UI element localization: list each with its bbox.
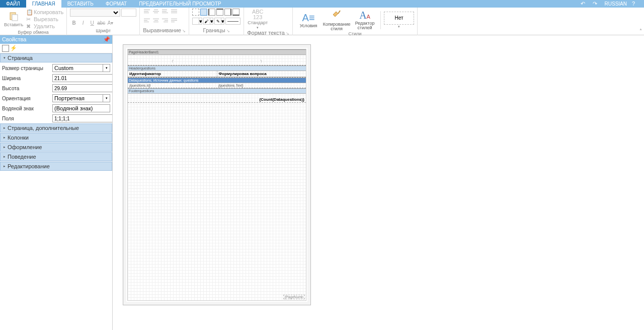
watermark-label: Водяной знак <box>2 106 50 111</box>
accordion-page-extra[interactable]: ▸Страница, дополнительные <box>0 123 112 133</box>
standard-format-button[interactable]: ABC123 Стандарт ▾ <box>247 9 268 30</box>
ribbon-collapse-icon[interactable]: ˄ <box>639 28 642 34</box>
properties-header: Свойства 📌 <box>0 35 112 44</box>
field-id[interactable]: {questions.Id} <box>128 83 217 88</box>
language-selector[interactable]: RUSSIAN <box>605 1 627 7</box>
conditions-button[interactable]: A≡ Условия <box>296 12 321 28</box>
field-text[interactable]: {questions.Text} <box>217 83 306 88</box>
line-style-icon[interactable] <box>225 18 240 25</box>
strike-button[interactable]: abc <box>97 19 105 27</box>
font-size-select[interactable] <box>121 9 136 17</box>
ribbon-clipboard: Вставить 📋Копировать ✂Вырезать ✖Удалить … <box>0 8 67 35</box>
accordion-columns[interactable]: ▸Колонки <box>0 133 112 142</box>
ribbon-font: B I U abc A▾ Шрифт <box>67 8 140 35</box>
height-input[interactable] <box>52 84 113 92</box>
footer-questions-band[interactable]: Footerquestions {Count(Dataquestions)} <box>128 88 306 103</box>
page-header-band[interactable]: PageHeaderBand1 ┌┐ <box>128 49 306 65</box>
italic-button[interactable]: I <box>79 19 87 27</box>
style-editor-button[interactable]: AA Редактор стилей <box>352 10 377 30</box>
border-top-icon[interactable] <box>216 9 223 16</box>
panel-view-icon[interactable] <box>2 45 9 52</box>
orientation-label: Ориентация <box>2 96 50 101</box>
border-bottom-icon[interactable] <box>232 9 239 16</box>
help-icon[interactable]: ? <box>632 1 639 8</box>
width-input[interactable] <box>52 74 113 82</box>
data-questions-band[interactable]: Dataquestions; Источник данных: question… <box>128 78 306 88</box>
bold-button[interactable]: B <box>70 19 78 27</box>
border-launcher-icon[interactable]: ↘ <box>225 29 230 33</box>
align-middle-icon[interactable] <box>152 9 160 16</box>
font-color-button[interactable]: A▾ <box>106 19 114 27</box>
ribbon: Вставить 📋Копировать ✂Вырезать ✖Удалить … <box>0 8 644 35</box>
align-right-icon[interactable] <box>161 18 169 25</box>
column-text-header[interactable]: Формулировка вопроса <box>217 71 306 77</box>
height-label: Высота <box>2 86 50 91</box>
accordion-page[interactable]: ▾Страница <box>0 53 112 62</box>
page-size-select[interactable]: Custom▾ <box>52 64 110 72</box>
brush-color-icon[interactable]: 🖌▾ <box>203 18 213 25</box>
border-left-icon[interactable] <box>208 9 215 16</box>
paste-button[interactable]: Вставить <box>3 11 24 28</box>
accordion-appearance[interactable]: ▸Оформление <box>0 143 112 152</box>
design-canvas[interactable]: PageHeaderBand1 ┌┐ Headerquestions Идент… <box>113 35 644 330</box>
align-just-icon[interactable] <box>170 9 178 16</box>
copy-style-button[interactable]: Копирование стиля <box>324 9 349 31</box>
fill-color-icon[interactable]: ▾ <box>192 18 202 25</box>
tab-preview[interactable]: ПРЕДВАРИТЕЛЬНЫЙ ПРОСМОТР <box>133 0 227 8</box>
style-gallery-expand-icon[interactable]: ▾ <box>398 25 400 29</box>
accordion-behavior[interactable]: ▸Поведение <box>0 152 112 161</box>
properties-panel: Свойства 📌 ⚡ ▾Страница Размер страницы C… <box>0 35 113 330</box>
panel-sort-icon[interactable]: ⚡ <box>10 45 17 52</box>
svg-rect-1 <box>12 15 18 21</box>
ribbon-align: Выравнивание ↘ <box>140 8 189 35</box>
ribbon-textformat: ABC123 Стандарт ▾ Формат текста ↘ <box>244 8 293 35</box>
tabs: ФАЙЛ ГЛАВНАЯ ВСТАВИТЬ ФОРМАТ ПРЕДВАРИТЕЛ… <box>0 0 227 8</box>
margins-input[interactable] <box>52 114 113 122</box>
undo-icon[interactable]: ↶ <box>581 1 588 8</box>
redo-icon[interactable]: ↷ <box>593 1 600 8</box>
count-cell[interactable]: {Count(Dataquestions)} <box>128 97 306 102</box>
align-launcher-icon[interactable]: ↘ <box>181 29 186 33</box>
tab-insert[interactable]: ВСТАВИТЬ <box>61 0 100 8</box>
ribbon-styles: A≡ Условия Копирование стиля AA Редактор… <box>293 8 418 35</box>
align-bottom-icon[interactable] <box>161 9 169 16</box>
header-questions-band[interactable]: Headerquestions Идентификатор Формулиров… <box>128 65 306 78</box>
watermark-select[interactable]: (Водяной знак) <box>52 104 110 112</box>
border-right-icon[interactable] <box>224 9 231 16</box>
cut-button[interactable]: ✂Вырезать <box>26 16 63 23</box>
align-left-icon[interactable] <box>143 18 151 25</box>
tab-main[interactable]: ГЛАВНАЯ <box>26 0 61 8</box>
delete-button[interactable]: ✖Удалить <box>26 23 63 30</box>
border-color-icon[interactable]: ✎▾ <box>214 18 224 25</box>
margins-label: Поля <box>2 116 50 121</box>
tab-format[interactable]: ФОРМАТ <box>100 0 133 8</box>
style-gallery-none[interactable]: Нет <box>384 12 414 25</box>
copy-button[interactable]: 📋Копировать <box>26 9 63 16</box>
report-page[interactable]: PageHeaderBand1 ┌┐ Headerquestions Идент… <box>123 44 311 305</box>
accordion-editing[interactable]: ▸Редактирование <box>0 162 112 171</box>
ribbon-borders: ▾ 🖌▾ ✎▾ Границы ↘ <box>189 8 244 35</box>
underline-button[interactable]: U <box>88 19 96 27</box>
pin-icon[interactable]: 📌 <box>103 36 110 43</box>
textformat-launcher-icon[interactable]: ↘ <box>285 31 289 36</box>
menu-bar: ФАЙЛ ГЛАВНАЯ ВСТАВИТЬ ФОРМАТ ПРЕДВАРИТЕЛ… <box>0 0 644 8</box>
page-size-label: Размер страницы <box>2 65 50 71</box>
column-id-header[interactable]: Идентификатор <box>128 71 217 77</box>
font-family-select[interactable] <box>70 9 120 17</box>
border-all-icon[interactable] <box>200 9 207 16</box>
width-label: Ширина <box>2 76 50 81</box>
border-none-icon[interactable] <box>192 9 199 16</box>
align-top-icon[interactable] <box>143 9 151 16</box>
page-number-field[interactable]: {PageNumb <box>283 295 305 299</box>
align-center-icon[interactable] <box>152 18 160 25</box>
align-dist-icon[interactable] <box>170 18 178 25</box>
orientation-select[interactable]: Портретная▾ <box>52 94 110 102</box>
tab-file[interactable]: ФАЙЛ <box>0 0 26 8</box>
